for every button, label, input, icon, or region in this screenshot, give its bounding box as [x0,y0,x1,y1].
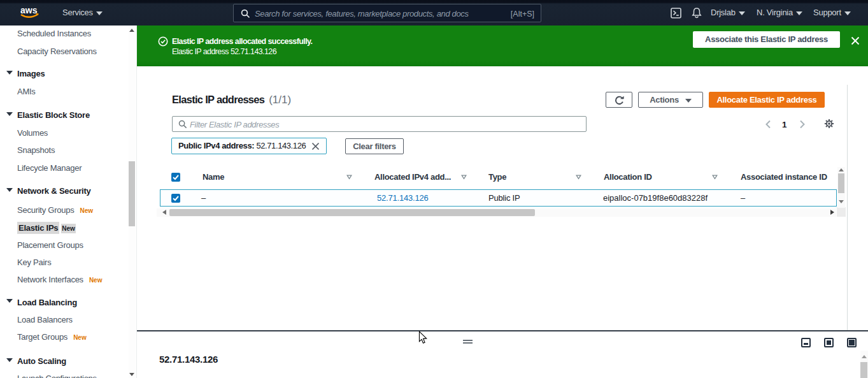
svg-text:aws: aws [20,6,38,15]
